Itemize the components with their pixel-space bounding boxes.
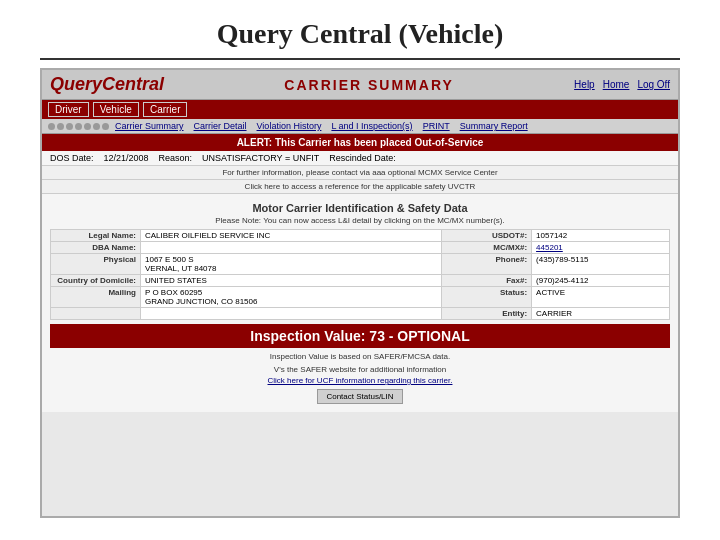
- mailing-row: Mailing P O BOX 60295 GRAND JUNCTION, CO…: [51, 287, 670, 308]
- dos-reason-value: UNSATISFACTORY = UNFIT: [202, 153, 319, 163]
- dba-row: DBA Name: MC/MX#: 445201: [51, 242, 670, 254]
- dos-rescinded-label: Rescinded Date:: [329, 153, 396, 163]
- inspections-link[interactable]: L and I Inspection(s): [327, 121, 416, 131]
- driver-tab[interactable]: Driver: [48, 102, 89, 117]
- legal-name-label: Legal Name:: [51, 230, 141, 242]
- fax-value: (970)245-4112: [532, 275, 670, 287]
- empty-label: [51, 308, 141, 320]
- violation-history-link[interactable]: Violation History: [253, 121, 326, 131]
- help-link[interactable]: Help: [574, 79, 595, 90]
- dos-row: DOS Date: 12/21/2008 Reason: UNSATISFACT…: [42, 151, 678, 166]
- info-row-1: For further information, please contact …: [42, 166, 678, 180]
- usdot-value: 1057142: [532, 230, 670, 242]
- alert-bar: ALERT: This Carrier has been placed Out-…: [42, 134, 678, 151]
- dot-7: [102, 123, 109, 130]
- nav-tabs: Driver Vehicle Carrier: [42, 100, 678, 119]
- dos-date-value: 12/21/2008: [104, 153, 149, 163]
- carrier-summary-link[interactable]: Carrier Summary: [111, 121, 188, 131]
- sub-nav: Carrier Summary Carrier Detail Violation…: [42, 119, 678, 134]
- ucf-link[interactable]: Click here for UCF information regarding…: [268, 376, 453, 385]
- logo: QueryCentral: [50, 74, 164, 95]
- logo-area: QueryCentral: [50, 74, 164, 95]
- nav-dots: [48, 123, 109, 130]
- mcmx-label: MC/MX#:: [442, 242, 532, 254]
- legal-name-value: CALIBER OILFIELD SERVICE INC: [141, 230, 442, 242]
- dot-5: [84, 123, 91, 130]
- carrier-tab[interactable]: Carrier: [143, 102, 188, 117]
- ucf-footer[interactable]: Click here for UCF information regarding…: [50, 376, 670, 385]
- domicile-value: UNITED STATES: [141, 275, 442, 287]
- safer-footer: V's the SAFER website for additional inf…: [50, 365, 670, 374]
- logo-text: QueryCentral: [50, 74, 164, 94]
- fax-label: Fax#:: [442, 275, 532, 287]
- logoff-link[interactable]: Log Off: [637, 79, 670, 90]
- dot-2: [57, 123, 64, 130]
- legal-name-row: Legal Name: CALIBER OILFIELD SERVICE INC…: [51, 230, 670, 242]
- status-value: ACTIVE: [532, 287, 670, 308]
- home-link[interactable]: Home: [603, 79, 630, 90]
- entity-row: Entity: CARRIER: [51, 308, 670, 320]
- status-label: Status:: [442, 287, 532, 308]
- carrier-detail-link[interactable]: Carrier Detail: [190, 121, 251, 131]
- dos-date-label: DOS Date:: [50, 153, 94, 163]
- header-right: Help Home Log Off: [574, 79, 670, 90]
- physical-value: 1067 E 500 S VERNAL, UT 84078: [141, 254, 442, 275]
- page-title: Query Central (Vehicle): [0, 0, 720, 58]
- info-row-2: Click here to access a reference for the…: [42, 180, 678, 194]
- main-content: Motor Carrier Identification & Safety Da…: [42, 194, 678, 412]
- dba-label: DBA Name:: [51, 242, 141, 254]
- dot-4: [75, 123, 82, 130]
- mailing-label: Mailing: [51, 287, 141, 308]
- physical-label: Physical: [51, 254, 141, 275]
- mailing-value: P O BOX 60295 GRAND JUNCTION, CO 81506: [141, 287, 442, 308]
- carrier-data-table: Legal Name: CALIBER OILFIELD SERVICE INC…: [50, 229, 670, 320]
- phone-label: Phone#:: [442, 254, 532, 275]
- entity-label: Entity:: [442, 308, 532, 320]
- domicile-row: Country of Domicile: UNITED STATES Fax#:…: [51, 275, 670, 287]
- help-links: Help Home Log Off: [574, 79, 670, 90]
- carrier-summary-title: CARRIER SUMMARY: [164, 77, 574, 93]
- section-title: Motor Carrier Identification & Safety Da…: [50, 202, 670, 214]
- usdot-label: USDOT#:: [442, 230, 532, 242]
- inspection-bar: Inspection Value: 73 - OPTIONAL: [50, 324, 670, 348]
- empty-value: [141, 308, 442, 320]
- dot-6: [93, 123, 100, 130]
- physical-row: Physical 1067 E 500 S VERNAL, UT 84078 P…: [51, 254, 670, 275]
- phone-value: (435)789-5115: [532, 254, 670, 275]
- entity-value: CARRIER: [532, 308, 670, 320]
- browser-frame: QueryCentral CARRIER SUMMARY Help Home L…: [40, 68, 680, 518]
- title-divider: [40, 58, 680, 60]
- inspection-subtitle: Inspection Value is based on SAFER/FMCSA…: [50, 352, 670, 361]
- vehicle-tab[interactable]: Vehicle: [93, 102, 139, 117]
- dot-3: [66, 123, 73, 130]
- domicile-label: Country of Domicile:: [51, 275, 141, 287]
- contact-status-button[interactable]: Contact Status/LIN: [317, 389, 402, 404]
- print-link[interactable]: PRINT: [419, 121, 454, 131]
- section-note: Please Note: You can now access L&I deta…: [50, 216, 670, 225]
- dba-value: [141, 242, 442, 254]
- mcmx-value[interactable]: 445201: [532, 242, 670, 254]
- summary-report-link[interactable]: Summary Report: [456, 121, 532, 131]
- dot-1: [48, 123, 55, 130]
- app-header: QueryCentral CARRIER SUMMARY Help Home L…: [42, 70, 678, 100]
- dos-reason-label: Reason:: [159, 153, 193, 163]
